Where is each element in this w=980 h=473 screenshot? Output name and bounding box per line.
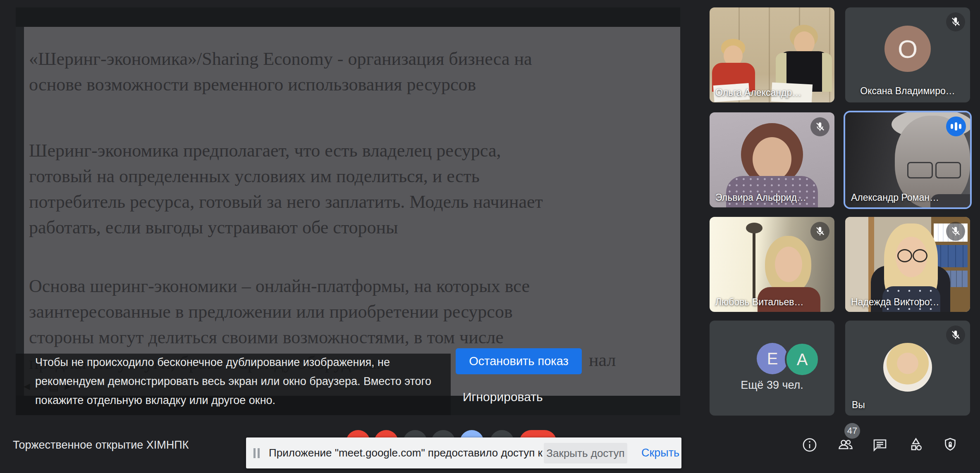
shared-screen: «Шеринг-экономика»/Sharing Economy - орг… xyxy=(16,7,680,415)
participant-name: Ольга Александр… xyxy=(715,87,801,98)
slide-text-line: готовый на определенных условиях им поде… xyxy=(29,164,674,189)
browser-notification-bar: Приложение "meet.google.com" предоставил… xyxy=(246,437,681,468)
prev-slide-icon[interactable]: ◄ xyxy=(22,380,32,393)
self-avatar xyxy=(883,343,932,392)
more-participants-label: Ещё 39 чел. xyxy=(710,379,834,392)
participant-name: Любовь Витальев… xyxy=(715,297,804,308)
meeting-title: Торжественное открытие XIМНПК xyxy=(13,439,189,452)
toast-text-line: покажите отдельную вкладку или другое ок… xyxy=(35,394,275,407)
mic-muted-icon xyxy=(810,117,829,136)
slide-text-fragment: нал xyxy=(589,349,616,371)
host-controls-button[interactable] xyxy=(941,436,959,454)
mic-muted-icon xyxy=(810,222,829,241)
slide-text-line: потребитель ресурса, готовый за него зап… xyxy=(29,189,674,215)
slide-text-line: стороны могут делиться своими возможност… xyxy=(29,325,674,350)
participant-tile[interactable]: Эльвира Альфрид… xyxy=(710,112,834,207)
stop-presenting-button[interactable]: Остановить показ xyxy=(456,348,582,374)
participant-tile[interactable]: Надежда Викторо… xyxy=(845,217,970,312)
mic-muted-icon xyxy=(946,326,965,345)
participants-count-badge: 47 xyxy=(844,423,860,439)
close-access-button[interactable]: Закрыть доступ xyxy=(544,443,627,463)
notification-text: Приложение "meet.google.com" предоставил… xyxy=(269,447,569,459)
slide-text-line: работать, если выгоды устраивают обе сто… xyxy=(29,215,674,240)
participant-name: Оксана Владимиро… xyxy=(845,86,970,97)
slide-text-line: основе возможности временного использова… xyxy=(29,72,674,97)
slide-text-line: «Шеринг-экономика»/Sharing Economy - орг… xyxy=(29,46,674,72)
more-participants-tile[interactable]: E A Ещё 39 чел. xyxy=(710,321,834,416)
meeting-details-button[interactable] xyxy=(801,436,819,454)
hide-link[interactable]: Скрыть xyxy=(641,447,679,459)
mic-muted-icon xyxy=(946,12,965,31)
pause-icon xyxy=(253,448,260,458)
participant-name: Александр Роман… xyxy=(851,192,939,203)
avatar: A xyxy=(785,342,820,377)
participant-tile[interactable]: Любовь Витальев… xyxy=(710,217,834,312)
ignore-button[interactable]: Игнорировать xyxy=(463,390,543,404)
slide-text-line: Шеринг-экономика предполагает, что есть … xyxy=(29,138,674,164)
participant-name: Эльвира Альфрид… xyxy=(715,192,806,203)
slide-text-line: Основа шеринг-экономики – онлайн-платфор… xyxy=(29,273,674,299)
participant-name: Вы xyxy=(852,399,865,411)
toast-text-line: Чтобы не происходило бесконечное дублиро… xyxy=(35,356,390,369)
toast-text-line: рекомендуем демонстрировать весь экран и… xyxy=(35,375,431,388)
slide-text-line: заинтересованные в предложении или приоб… xyxy=(29,299,674,325)
activities-button[interactable] xyxy=(907,436,925,454)
participant-tile[interactable]: O Оксана Владимиро… xyxy=(845,7,970,102)
participant-tile-speaking[interactable]: Александр Роман… xyxy=(845,112,970,207)
mic-muted-icon xyxy=(946,222,965,241)
participant-name: Надежда Викторо… xyxy=(851,297,939,308)
speaking-indicator-icon xyxy=(946,116,966,136)
avatar: E xyxy=(757,343,788,374)
chat-button[interactable] xyxy=(871,436,889,454)
google-meet-window: «Шеринг-экономика»/Sharing Economy - орг… xyxy=(0,0,980,473)
avatar: O xyxy=(884,26,931,72)
slide-paragraph-2: Шеринг-экономика предполагает, что есть … xyxy=(29,138,674,240)
slide-paragraph-1: «Шеринг-экономика»/Sharing Economy - орг… xyxy=(29,46,674,97)
participant-tile[interactable]: Ольга Александр… xyxy=(710,7,834,102)
self-tile[interactable]: Вы xyxy=(845,321,970,416)
